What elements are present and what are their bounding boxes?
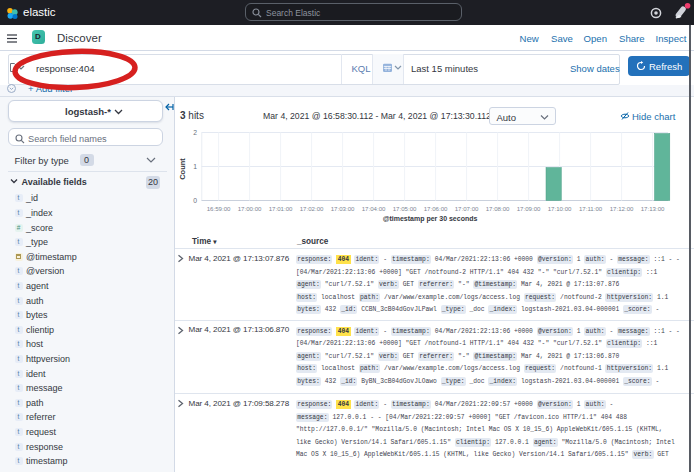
svg-text:16:59:00: 16:59:00 [207, 205, 231, 212]
svg-text:1: 1 [193, 163, 197, 170]
svg-text:0: 0 [193, 197, 197, 204]
svg-text:2: 2 [193, 129, 197, 136]
svg-text:17:03:00: 17:03:00 [331, 205, 355, 212]
svg-text:17:01:00: 17:01:00 [269, 205, 293, 212]
svg-text:17:10:00: 17:10:00 [548, 205, 572, 212]
svg-text:17:02:00: 17:02:00 [300, 205, 324, 212]
svg-text:17:12:00: 17:12:00 [610, 205, 634, 212]
svg-text:17:13:00: 17:13:00 [641, 205, 665, 212]
svg-text:17:04:00: 17:04:00 [362, 205, 386, 212]
svg-text:17:05:00: 17:05:00 [393, 205, 417, 212]
svg-text:17:08:00: 17:08:00 [486, 205, 510, 212]
svg-text:Count: Count [178, 158, 187, 180]
svg-text:17:00:00: 17:00:00 [238, 205, 262, 212]
svg-text:@timestamp per 30 seconds: @timestamp per 30 seconds [383, 215, 478, 223]
svg-text:17:07:00: 17:07:00 [455, 205, 479, 212]
svg-text:17:11:00: 17:11:00 [579, 205, 603, 212]
svg-text:17:09:00: 17:09:00 [517, 205, 541, 212]
svg-text:17:06:00: 17:06:00 [424, 205, 448, 212]
